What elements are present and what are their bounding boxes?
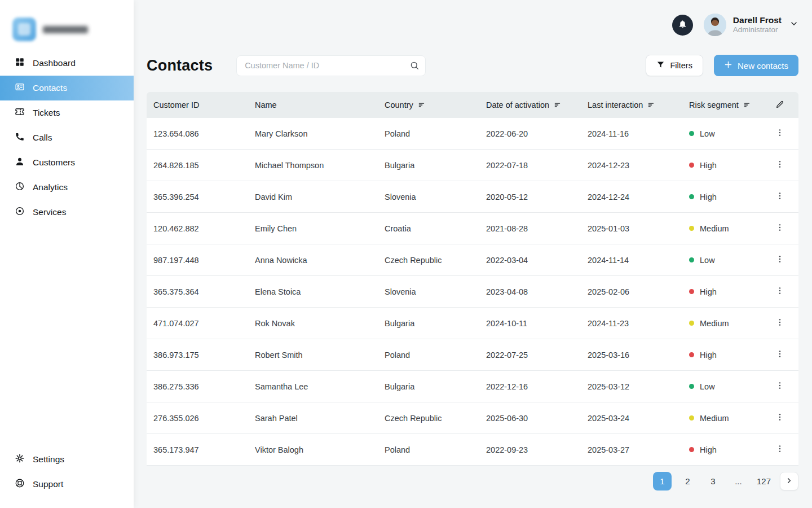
row-menu-button[interactable] xyxy=(771,347,789,362)
cell-actions xyxy=(768,157,792,173)
risk-label: Low xyxy=(700,256,715,265)
pagination-next-button[interactable] xyxy=(780,472,798,491)
sidebar-item-analytics[interactable]: Analytics xyxy=(0,175,134,200)
cell-name: Anna Nowicka xyxy=(255,256,385,265)
sidebar-item-dashboard[interactable]: Dashboard xyxy=(0,51,134,76)
cell-country: Poland xyxy=(385,445,486,454)
cell-last-interaction: 2025-02-06 xyxy=(588,287,689,296)
row-menu-button[interactable] xyxy=(771,252,789,268)
cell-name: Rok Novak xyxy=(255,319,385,328)
sidebar-item-label: Services xyxy=(33,207,66,217)
sidebar-item-contacts[interactable]: Contacts xyxy=(0,76,134,100)
sort-icon[interactable] xyxy=(647,101,655,109)
row-menu-button[interactable] xyxy=(771,442,789,457)
column-header-last-interaction[interactable]: Last interaction xyxy=(588,100,689,110)
cell-date-of-activation: 2022-06-20 xyxy=(486,129,588,138)
row-menu-button[interactable] xyxy=(771,316,789,331)
risk-dot xyxy=(689,415,694,421)
sort-icon[interactable] xyxy=(418,101,426,109)
filters-button[interactable]: Filters xyxy=(646,55,703,76)
pagination-page-2[interactable]: 2 xyxy=(678,472,697,491)
topbar: Darell Frost Administrator xyxy=(147,0,798,50)
user-menu[interactable]: Darell Frost Administrator xyxy=(693,14,798,36)
cell-actions xyxy=(768,442,792,457)
gear-icon xyxy=(15,453,25,466)
funnel-icon xyxy=(656,60,665,71)
column-header-country[interactable]: Country xyxy=(385,100,486,110)
sidebar-item-customers[interactable]: Customers xyxy=(0,150,134,175)
new-contacts-button[interactable]: New contacts xyxy=(714,55,798,76)
row-menu-button[interactable] xyxy=(771,126,789,141)
column-header-edit[interactable] xyxy=(768,100,792,111)
cell-date-of-activation: 2024-10-11 xyxy=(486,319,588,328)
cell-customer-id: 987.197.448 xyxy=(153,256,255,265)
risk-dot xyxy=(689,384,694,389)
contacts-icon xyxy=(15,82,25,94)
cell-country: Poland xyxy=(385,129,486,138)
search-icon[interactable] xyxy=(409,60,420,73)
row-menu-button[interactable] xyxy=(771,157,789,173)
table-row: 471.074.027 Rok Novak Bulgaria 2024-10-1… xyxy=(147,308,798,339)
bell-icon xyxy=(678,19,687,30)
cell-date-of-activation: 2022-03-04 xyxy=(486,256,588,265)
sidebar-item-label: Settings xyxy=(33,454,64,465)
cell-customer-id: 123.654.086 xyxy=(153,129,255,138)
column-header-name: Name xyxy=(255,100,385,110)
table-row: 120.462.882 Emily Chen Croatia 2021-08-2… xyxy=(147,213,798,244)
cell-country: Slovenia xyxy=(385,192,486,202)
table-row: 276.355.026 Sarah Patel Czech Republic 2… xyxy=(147,402,798,434)
cell-date-of-activation: 2025-06-30 xyxy=(486,414,588,423)
cell-customer-id: 276.355.026 xyxy=(153,414,255,423)
pie-chart-icon xyxy=(15,181,25,194)
sidebar-footer: Settings Support xyxy=(0,447,134,497)
column-header-risk-segment[interactable]: Risk segment xyxy=(689,100,768,110)
risk-label: Medium xyxy=(700,224,729,233)
sidebar-item-label: Customers xyxy=(33,157,75,168)
search-input[interactable] xyxy=(236,55,426,76)
cell-last-interaction: 2024-11-23 xyxy=(588,319,689,328)
sidebar-item-tickets[interactable]: Tickets xyxy=(0,100,134,125)
sort-icon[interactable] xyxy=(743,101,751,109)
column-label: Risk segment xyxy=(689,100,739,110)
risk-dot xyxy=(689,447,694,452)
cell-name: David Kim xyxy=(255,192,385,202)
column-header-date-of-activation[interactable]: Date of activation xyxy=(486,100,588,110)
dashboard-icon xyxy=(15,57,25,69)
risk-dot xyxy=(689,352,694,357)
risk-dot xyxy=(689,226,694,231)
avatar xyxy=(704,14,726,36)
cell-actions xyxy=(768,410,792,426)
sidebar-item-settings[interactable]: Settings xyxy=(0,447,134,472)
sidebar-item-support[interactable]: Support xyxy=(0,472,134,497)
new-contacts-button-label: New contacts xyxy=(738,61,788,71)
pagination-page-3[interactable]: 3 xyxy=(704,472,722,491)
row-menu-button[interactable] xyxy=(771,284,789,299)
risk-dot xyxy=(689,257,694,262)
pencil-icon[interactable] xyxy=(775,100,784,111)
cell-actions xyxy=(768,189,792,204)
notifications-button[interactable] xyxy=(672,15,693,36)
cell-customer-id: 471.074.027 xyxy=(153,319,255,328)
cell-risk-segment: Low xyxy=(689,129,768,138)
table-row: 264.826.185 Michael Thompson Bulgaria 20… xyxy=(147,150,798,181)
risk-label: High xyxy=(700,351,717,360)
column-label: Country xyxy=(385,100,413,110)
filters-button-label: Filters xyxy=(670,61,692,70)
cell-date-of-activation: 2022-12-16 xyxy=(486,382,588,391)
row-menu-button[interactable] xyxy=(771,221,789,236)
pagination-page-127[interactable]: 127 xyxy=(754,472,773,491)
cell-name: Michael Thompson xyxy=(255,161,385,170)
row-menu-button[interactable] xyxy=(771,410,789,426)
sidebar-item-calls[interactable]: Calls xyxy=(0,125,134,150)
cell-name: Emily Chen xyxy=(255,224,385,233)
row-menu-button[interactable] xyxy=(771,379,789,394)
row-menu-button[interactable] xyxy=(771,189,789,204)
pagination-page-1[interactable]: 1 xyxy=(653,472,672,491)
cell-actions xyxy=(768,221,792,236)
sort-icon[interactable] xyxy=(554,101,562,109)
risk-label: High xyxy=(700,161,717,170)
sidebar-item-label: Support xyxy=(33,479,63,489)
plus-icon xyxy=(724,60,732,71)
logo-wordmark xyxy=(43,26,88,33)
sidebar-item-services[interactable]: Services xyxy=(0,200,134,225)
